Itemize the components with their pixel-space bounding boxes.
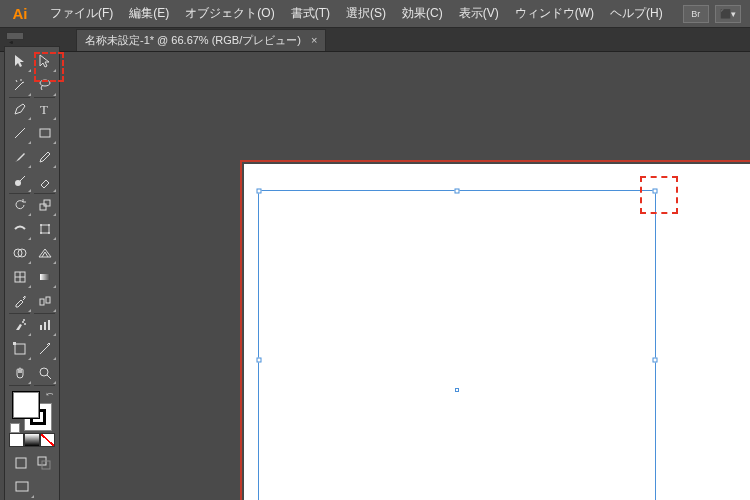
svg-point-26 [40, 368, 48, 376]
menu-select[interactable]: 選択(S) [338, 0, 394, 27]
svg-rect-3 [40, 129, 50, 137]
menu-help[interactable]: ヘルプ(H) [602, 0, 671, 27]
main-menubar: Ai ファイル(F) 編集(E) オブジェクト(O) 書式(T) 選択(S) 効… [0, 0, 750, 28]
rotate-tool[interactable] [7, 193, 32, 217]
zoom-tool[interactable] [32, 361, 57, 385]
menu-edit[interactable]: 編集(E) [121, 0, 177, 27]
svg-rect-23 [48, 320, 50, 330]
app-logo: Ai [8, 4, 32, 24]
menu-window[interactable]: ウィンドウ(W) [507, 0, 602, 27]
svg-rect-17 [46, 297, 50, 303]
svg-line-27 [47, 375, 51, 379]
svg-point-9 [48, 224, 50, 226]
slice-tool[interactable] [32, 337, 57, 361]
artboard-tool[interactable] [7, 337, 32, 361]
svg-rect-21 [40, 325, 42, 330]
color-mode-gradient-icon[interactable] [24, 433, 39, 447]
color-mode-solid-icon[interactable] [9, 433, 24, 447]
type-tool[interactable]: T [32, 97, 57, 121]
svg-point-8 [40, 224, 42, 226]
svg-point-11 [48, 232, 50, 234]
canvas-area[interactable] [64, 52, 750, 500]
close-tab-icon[interactable]: × [311, 34, 317, 46]
svg-rect-31 [16, 482, 28, 491]
panel-collapse-handle[interactable] [6, 32, 24, 40]
selection-handle-tl[interactable] [257, 189, 262, 194]
tools-panel: T ⤺ [4, 46, 60, 500]
svg-point-20 [23, 319, 25, 321]
free-transform-tool[interactable] [32, 217, 57, 241]
svg-rect-16 [40, 299, 44, 305]
selection-center-mark [455, 388, 459, 392]
color-mode-none-icon[interactable] [40, 433, 55, 447]
svg-point-18 [22, 321, 24, 323]
document-tabbar: 名称未設定-1* @ 66.67% (RGB/プレビュー) × [0, 28, 750, 52]
default-fill-stroke-icon[interactable] [10, 423, 20, 433]
symbol-sprayer-tool[interactable] [7, 313, 32, 337]
selection-handle-tm[interactable] [455, 189, 460, 194]
draw-mode-behind-icon[interactable] [32, 451, 55, 475]
pencil-tool[interactable] [32, 145, 57, 169]
screen-mode-button[interactable] [9, 475, 35, 499]
svg-rect-6 [44, 200, 50, 206]
perspective-grid-tool[interactable] [32, 241, 57, 265]
gradient-tool[interactable] [32, 265, 57, 289]
hand-tool[interactable] [7, 361, 32, 385]
document-tab-label: 名称未設定-1* @ 66.67% (RGB/プレビュー) [85, 33, 301, 48]
eyedropper-tool[interactable] [7, 289, 32, 313]
magic-wand-tool[interactable] [7, 73, 32, 97]
swap-fill-stroke-icon[interactable]: ⤺ [46, 389, 54, 399]
svg-rect-25 [13, 342, 16, 345]
paintbrush-tool[interactable] [7, 145, 32, 169]
menu-type[interactable]: 書式(T) [283, 0, 338, 27]
svg-rect-28 [16, 458, 26, 468]
selection-handle-tr[interactable] [653, 189, 658, 194]
eraser-tool[interactable] [32, 169, 57, 193]
scale-tool[interactable] [32, 193, 57, 217]
svg-point-0 [40, 80, 50, 86]
selection-handle-ml[interactable] [257, 358, 262, 363]
column-graph-tool[interactable] [32, 313, 57, 337]
svg-text:T: T [40, 102, 48, 117]
menu-effect[interactable]: 効果(C) [394, 0, 451, 27]
svg-point-19 [24, 323, 26, 325]
svg-rect-15 [40, 274, 50, 280]
menu-object[interactable]: オブジェクト(O) [177, 0, 282, 27]
bridge-button[interactable]: Br [683, 5, 709, 23]
selection-handle-mr[interactable] [653, 358, 658, 363]
draw-mode-normal-icon[interactable] [9, 451, 32, 475]
fill-swatch[interactable] [12, 391, 40, 419]
selection-tool[interactable] [7, 49, 32, 73]
svg-rect-5 [40, 204, 46, 210]
blob-brush-tool[interactable] [7, 169, 32, 193]
menu-file[interactable]: ファイル(F) [42, 0, 121, 27]
mesh-tool[interactable] [7, 265, 32, 289]
artboard[interactable] [244, 164, 750, 500]
svg-line-2 [15, 128, 25, 138]
svg-rect-7 [41, 225, 49, 233]
direct-selection-tool[interactable] [32, 49, 57, 73]
selection-bounds [258, 190, 656, 500]
svg-rect-22 [44, 322, 46, 330]
pen-tool[interactable] [7, 97, 32, 121]
blend-tool[interactable] [32, 289, 57, 313]
svg-point-10 [40, 232, 42, 234]
fill-stroke-swatch[interactable]: ⤺ [12, 391, 52, 431]
svg-rect-24 [15, 344, 25, 354]
menu-view[interactable]: 表示(V) [451, 0, 507, 27]
document-tab[interactable]: 名称未設定-1* @ 66.67% (RGB/プレビュー) × [76, 29, 326, 51]
line-segment-tool[interactable] [7, 121, 32, 145]
shape-builder-tool[interactable] [7, 241, 32, 265]
arrange-documents-button[interactable]: ⬛▾ [715, 5, 741, 23]
rectangle-tool[interactable] [32, 121, 57, 145]
lasso-tool[interactable] [32, 73, 57, 97]
width-tool[interactable] [7, 217, 32, 241]
